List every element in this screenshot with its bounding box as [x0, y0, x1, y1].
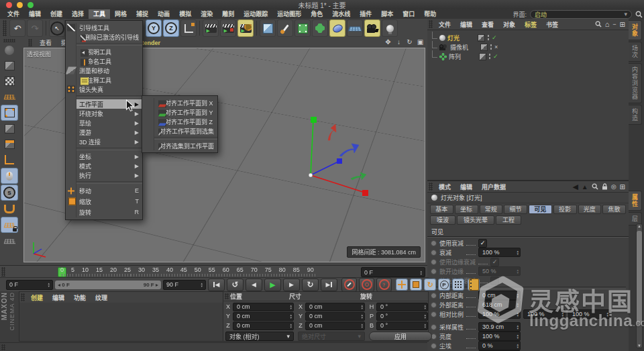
menubar-item[interactable]: 编辑 [24, 9, 46, 19]
autokey-button[interactable] [359, 278, 374, 292]
camera-link-icon[interactable]: × [494, 44, 498, 50]
palette-grip[interactable] [3, 39, 15, 42]
value-field[interactable]: 50 %▴▾ [478, 266, 521, 276]
object-name[interactable]: 灯光 [447, 34, 470, 42]
keyframe-dot[interactable] [431, 250, 437, 256]
viewport-grip[interactable] [28, 39, 32, 46]
menubar-item[interactable]: 渲染 [196, 9, 217, 19]
attribute-tab[interactable]: 焦散 [602, 205, 626, 214]
menubar-item[interactable]: 模拟 [174, 9, 196, 19]
object-row[interactable]: 摄像机 × [427, 42, 629, 52]
value-field[interactable]: 618 cm▴▾ [478, 300, 521, 309]
menu-item[interactable]: 3D 连接 ▶ [66, 137, 142, 146]
edit-render-settings-button[interactable]: ▶ [237, 19, 254, 37]
checkbox[interactable] [490, 277, 499, 285]
viewport-menu-item[interactable]: 查看 [35, 38, 56, 47]
attribute-menu-item[interactable]: 用户数据 [477, 183, 511, 191]
deformers-button[interactable] [329, 19, 345, 37]
value-field[interactable]: 0 cm▴▾ [478, 291, 521, 300]
stepper-icon[interactable]: ▴▾ [361, 304, 363, 309]
submenu-item[interactable]: 对齐工作平面到 Z [142, 117, 217, 126]
stepper-icon[interactable]: ▴▾ [517, 324, 519, 330]
stepper-icon[interactable]: ▴▾ [361, 313, 363, 319]
stepper-icon[interactable]: ▴▾ [424, 313, 426, 319]
material-menu-item[interactable]: 纹理 [91, 293, 112, 302]
enabled-check-icon[interactable]: ✓ [492, 34, 497, 41]
material-list-area[interactable] [19, 303, 223, 341]
enabled-check-icon[interactable]: ✓ [493, 53, 498, 60]
position-field[interactable]: 0 cm▴▾ [233, 312, 294, 321]
viewport-solo-button[interactable] [1, 168, 18, 184]
enable-axis-button[interactable] [1, 152, 17, 167]
stepper-icon[interactable]: ▴▾ [201, 282, 203, 287]
texture-mode-button[interactable] [1, 74, 17, 89]
menubar-item[interactable]: 运动跟踪 [239, 9, 272, 19]
attribute-tab[interactable]: 投影 [553, 205, 577, 214]
stepper-icon[interactable]: ▴▾ [517, 250, 519, 255]
attribute-menu-item[interactable]: 编辑 [455, 183, 477, 191]
menu-item[interactable]: 缩放 T [66, 196, 142, 207]
add-panel-icon[interactable]: ⊞ [620, 21, 625, 28]
menu-item[interactable]: 执行 ▶ [66, 170, 142, 180]
subdivision-surface-button[interactable] [294, 19, 311, 37]
dolly-view-icon[interactable]: ↓ [394, 38, 403, 46]
attribute-tab[interactable]: 细节 [504, 205, 527, 214]
add-primitive-button[interactable] [260, 19, 276, 37]
floor-button[interactable] [347, 19, 363, 37]
attribute-tab[interactable]: 基本 [430, 205, 453, 214]
keyframe-dot[interactable] [431, 240, 437, 246]
checkbox[interactable]: ✓ [490, 258, 499, 266]
lock-icon[interactable] [602, 183, 608, 190]
goto-end-button[interactable]: ▶ [321, 279, 337, 291]
panel-grip[interactable] [429, 20, 433, 28]
render-view-button[interactable]: ▶ [203, 19, 219, 37]
spline-pen-button[interactable] [277, 19, 293, 37]
model-mode-button[interactable] [1, 58, 17, 73]
history-back-icon[interactable]: ◀ [572, 183, 578, 191]
menubar-item[interactable]: 创建 [46, 9, 67, 19]
y-axis-lock-button[interactable]: Y [146, 19, 162, 37]
play-backwards-button[interactable]: ↺ [227, 279, 244, 291]
key-scale-toggle[interactable] [410, 279, 422, 291]
value-field[interactable]: 100 %▴▾ [523, 309, 566, 319]
frame-range-slider[interactable]: ◂ 0 F 90 F ▸ [55, 281, 161, 289]
stepper-icon[interactable]: ▴▾ [361, 323, 363, 328]
current-frame-field[interactable]: 0 F ▴▾ [361, 267, 425, 277]
edges-mode-button[interactable] [1, 121, 17, 136]
attribute-tab[interactable]: 常规 [480, 205, 503, 214]
object-row[interactable]: 阵列 ✓ [427, 52, 629, 61]
value-field[interactable]: 100 %▴▾ [568, 309, 610, 319]
size-field[interactable]: 0 cm▴▾ [305, 303, 365, 311]
menubar-item[interactable]: 插件 [355, 9, 376, 19]
rotation-field[interactable]: 0 °▴▾ [376, 303, 428, 311]
stepper-icon[interactable]: ▴▾ [517, 268, 519, 274]
menubar-item[interactable]: 网格 [110, 9, 131, 19]
interface-select[interactable]: 启动 ▾ [530, 10, 632, 19]
toolbar-grip[interactable] [3, 20, 7, 36]
generators-button[interactable] [312, 19, 328, 37]
menu-item[interactable]: 工作平面 ▶ [66, 99, 142, 109]
path-bar-icon[interactable]: − [612, 21, 616, 28]
apply-button[interactable]: 应用 [369, 332, 432, 341]
stepper-icon[interactable]: ▴▾ [517, 302, 519, 307]
search-icon[interactable] [595, 21, 602, 28]
object-name[interactable]: 阵列 [449, 52, 472, 61]
menu-item[interactable]: 坐标 ▶ [66, 152, 142, 161]
menubar-item[interactable]: 角色 [306, 9, 327, 19]
coordinate-system-button[interactable] [180, 19, 197, 37]
menu-item[interactable]: 删除已激活的引导线 [66, 32, 142, 42]
dock-tab[interactable]: 对象 [629, 20, 642, 40]
stepper-icon[interactable]: ▴▾ [607, 311, 609, 317]
object-manager-menu-item[interactable]: 书签 [541, 20, 563, 29]
material-menu-item[interactable]: 编辑 [48, 293, 69, 302]
attribute-tab[interactable]: 镜头光晕 [457, 215, 494, 225]
stepper-icon[interactable]: ▴▾ [517, 334, 519, 339]
menubar-item[interactable]: 文件 [3, 9, 24, 19]
next-frame-button[interactable]: ▶ [283, 279, 300, 291]
rotation-field[interactable]: 0 °▴▾ [376, 312, 428, 321]
key-parameter-toggle[interactable]: P [438, 279, 450, 291]
panel-grip[interactable] [21, 293, 25, 301]
z-axis-lock-button[interactable]: Z [163, 19, 179, 37]
object-manager-menu-item[interactable]: 编辑 [455, 20, 477, 29]
redo-button[interactable]: ↷ [27, 19, 43, 37]
